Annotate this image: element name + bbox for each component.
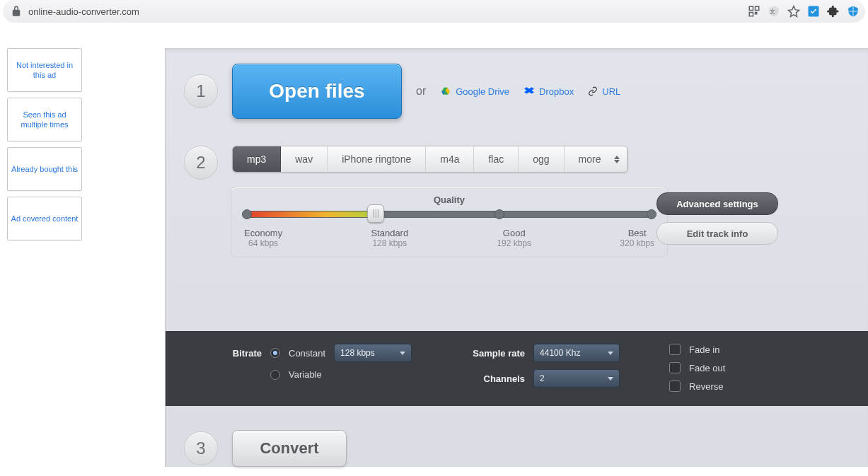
bitrate-variable-radio[interactable]	[270, 370, 280, 380]
shield-icon[interactable]	[847, 5, 860, 18]
fadeout-checkbox[interactable]	[669, 362, 681, 373]
format-tabs: mp3 wav iPhone ringtone m4a flac ogg mor…	[232, 146, 628, 173]
lock-icon	[10, 5, 23, 18]
or-label: or	[416, 85, 426, 98]
ad-feedback-option[interactable]: Already bought this	[7, 147, 82, 191]
open-files-button[interactable]: Open files	[232, 64, 402, 119]
bitrate-label: Bitrate	[201, 348, 262, 359]
step-number-2: 2	[184, 146, 218, 180]
ad-feedback-option[interactable]: Ad covered content	[7, 197, 82, 240]
channels-label: Channels	[461, 373, 525, 384]
format-tab-more[interactable]: more	[565, 146, 627, 172]
quality-slider-track[interactable]	[244, 211, 654, 218]
translate-icon[interactable]: 文	[768, 5, 780, 18]
format-tab-mp3[interactable]: mp3	[233, 146, 281, 172]
quality-stop-best: Best320 kbps	[620, 228, 654, 248]
svg-rect-3	[756, 13, 757, 14]
url-text: online-audio-converter.com	[28, 6, 139, 17]
svg-rect-0	[749, 6, 753, 10]
quality-stop-good: Good192 kbps	[497, 228, 531, 248]
extensions-icon[interactable]	[827, 5, 840, 18]
format-tab-wav[interactable]: wav	[281, 146, 328, 172]
url-link[interactable]: URL	[588, 86, 620, 97]
quality-tick-best	[647, 209, 656, 219]
advanced-settings-button[interactable]: Advanced settings	[656, 192, 778, 215]
quality-slider-handle[interactable]	[367, 204, 384, 223]
chevron-updown-icon	[614, 156, 620, 163]
fadein-label: Fade in	[689, 344, 719, 355]
samplerate-label: Sample rate	[461, 348, 525, 359]
channels-select[interactable]: 2	[533, 369, 620, 388]
ad-feedback-option[interactable]: Not interested in this ad	[7, 48, 82, 92]
bitrate-constant-radio[interactable]	[270, 348, 280, 358]
quality-tick-economy	[242, 209, 252, 219]
star-icon[interactable]	[787, 5, 800, 18]
svg-rect-2	[749, 13, 753, 16]
svg-rect-1	[756, 6, 759, 10]
format-tab-ogg[interactable]: ogg	[519, 146, 564, 172]
bitrate-select[interactable]: 128 kbps	[334, 344, 412, 362]
address-bar[interactable]: online-audio-converter.com 文	[3, 0, 865, 23]
fadein-checkbox[interactable]	[669, 344, 681, 355]
reverse-label: Reverse	[689, 381, 723, 392]
google-drive-link[interactable]: Google Drive	[440, 86, 509, 97]
svg-text:文: 文	[770, 8, 775, 15]
bitrate-constant-label: Constant	[289, 348, 325, 359]
dropbox-link[interactable]: Dropbox	[523, 86, 574, 97]
quality-stop-standard: Standard128 kbps	[371, 228, 408, 248]
edit-track-info-button[interactable]: Edit track info	[656, 222, 778, 245]
qr-icon[interactable]	[748, 5, 760, 18]
ad-feedback-option[interactable]: Seen this ad multiple times	[7, 98, 82, 141]
step-number-3: 3	[184, 431, 218, 465]
checkmark-ext-icon[interactable]	[807, 5, 820, 18]
quality-tick-good	[494, 209, 504, 219]
fadeout-label: Fade out	[689, 363, 725, 373]
convert-button[interactable]: Convert	[232, 430, 347, 467]
quality-panel: Quality Economy64 kbps Standard128 kbps …	[231, 187, 668, 257]
converter-panel: 1 Open files or Google Drive Dropbox URL…	[165, 48, 868, 467]
format-tab-iphone[interactable]: iPhone ringtone	[328, 146, 426, 172]
bitrate-variable-label: Variable	[289, 369, 322, 380]
ad-feedback-column: Not interested in this ad Seen this ad m…	[0, 48, 152, 467]
samplerate-select[interactable]: 44100 Khz	[533, 344, 620, 362]
format-tab-m4a[interactable]: m4a	[426, 146, 474, 172]
format-tab-flac[interactable]: flac	[474, 146, 519, 172]
advanced-settings-panel: Bitrate Constant 128 kbps Variable Sampl…	[166, 331, 868, 406]
quality-stop-economy: Economy64 kbps	[244, 228, 282, 248]
quality-title: Quality	[244, 195, 654, 205]
reverse-checkbox[interactable]	[669, 381, 681, 392]
step-number-1: 1	[184, 74, 218, 108]
